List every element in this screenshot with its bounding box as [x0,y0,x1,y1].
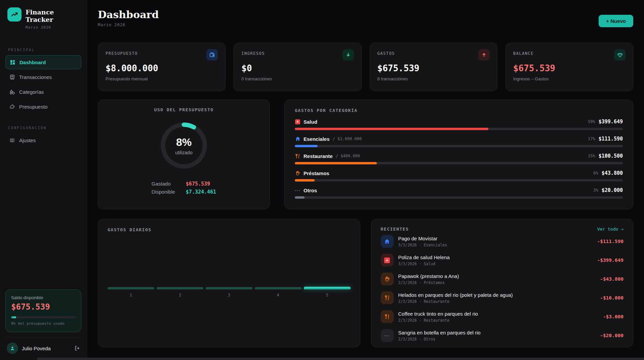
transaction-amount: -$43.800 [600,276,623,282]
disponible-value: $7.324.461 [186,189,216,195]
categories-title: GASTOS POR CATEGORÍA [295,108,623,113]
arrow-up-icon [478,49,490,61]
medical-plus-icon: + [295,119,300,125]
saldo-progress-track [11,316,76,318]
stat-caption: Presupuesto mensual [106,76,218,81]
medical-plus-icon: + [381,254,394,267]
category-name: Otros [304,188,317,193]
trending-up-icon [7,7,22,22]
category-bar-track [295,128,623,130]
horizontal-scrollbar[interactable] [37,358,644,360]
avatar [7,343,18,354]
main-content: Dashboard Marzo 2026 + Nuevo PRESUPUESTO… [87,0,644,360]
arrow-down-icon [343,49,354,61]
category-bar-fill [295,145,318,147]
category-bar-fill [295,179,315,182]
category-percent: 6% [593,171,598,175]
saldo-progress-fill [11,316,16,318]
utensils-icon [381,291,394,304]
transaction-meta: 2/3/2026 · Préstamos [398,280,596,285]
category-bar-fill [295,162,377,164]
sidebar-item-label: Categorías [19,89,44,95]
sidebar-item-ajustes[interactable]: Ajustes [5,133,81,147]
saldo-value: $675.539 [11,302,76,312]
category-row-otros: ··· Otros 3% $20.000 [295,187,623,199]
bar-day-4 [255,287,301,289]
sidebar-item-dashboard[interactable]: Dashboard [5,55,81,69]
nav-section-principal: PRINCIPAL [8,48,81,52]
transaction-row[interactable]: Papawok (prestamo a Ana) 2/3/2026 · Prés… [381,270,624,288]
stat-label: GASTOS [377,51,395,56]
piggy-bank-icon [9,104,15,110]
saldo-caption: 8% del presupuesto usado [11,321,76,326]
transaction-amount: -$16.000 [600,295,623,301]
logout-icon[interactable] [74,345,80,351]
bar-day-5 [304,287,351,289]
category-bar-fill [295,196,305,199]
categories-card: GASTOS POR CATEGORÍA + Salud 59% $399.64… [284,99,633,209]
gastado-label: Gastado [152,181,184,187]
stat-card-ingresos: INGRESOS $0 0 transacciónes [234,43,361,91]
dashboard-grid-icon [10,59,15,65]
donut-caption: utilizado [175,150,192,155]
transaction-row[interactable]: ··· Sangria en botella en parques del ri… [381,326,624,345]
axis-label: 4 [255,293,301,297]
brand: Finance Tracker Marzo 2026 [5,7,81,30]
stats-row: PRESUPUESTO $8.000.000 Presupuesto mensu… [98,43,633,91]
category-amount: $20.000 [602,187,623,193]
sidebar-item-label: Transacciones [19,74,52,80]
stat-caption: 8 transacciónes [377,76,490,81]
sidebar-item-label: Dashboard [19,59,46,65]
transaction-title: Poliza de salud Helena [398,254,593,260]
view-all-link[interactable]: Ver todo → [597,227,623,232]
saldo-disponible-card: Saldo disponible $675.539 8% del presupu… [5,289,81,332]
transaction-meta: 2/3/2026 · Otros [398,337,596,342]
axis-label: 1 [108,293,154,297]
budget-donut-chart: 8% utilizado [159,120,209,171]
stat-caption: 0 transacciónes [241,76,354,81]
user-name: Julio Poveda [22,346,70,351]
transaction-meta: 3/3/2026 · Salud [398,262,593,266]
nav-section-configuracion: CONFIGURACIÓN [8,126,81,130]
category-name: Préstamos [304,170,329,176]
saldo-label: Saldo disponible [11,295,76,300]
sidebar-item-presupuesto[interactable]: Presupuesto [5,99,81,114]
category-bar-fill [295,128,488,130]
category-percent: 17% [588,136,595,141]
transaction-amount: -$3.000 [603,314,623,319]
dots-icon: ··· [381,329,394,342]
transaction-row[interactable]: Helados en parques del rio (polet y pale… [381,289,624,307]
category-budget: / $400.000 [336,154,360,158]
stat-label: INGRESOS [241,51,265,56]
transaction-meta: 3/3/2026 · Esenciales [398,243,593,247]
transaction-row[interactable]: Coffee truck tinto en parques del rio 2/… [381,308,624,326]
bar-day-2 [157,287,203,289]
stat-card-balance: BALANCE $675.539 Ingresos – Gastos [506,43,633,91]
transaction-meta: 2/3/2026 · Restaurante [398,299,596,304]
utensils-icon [381,310,394,323]
transaction-amount: -$20.000 [600,333,623,338]
sidebar: Finance Tracker Marzo 2026 PRINCIPAL Das… [0,0,87,360]
stat-value: $675.539 [377,63,490,73]
sidebar-item-transacciones[interactable]: Transacciones [5,70,81,84]
axis-label: 3 [206,293,252,297]
hand-icon [295,170,300,176]
sidebar-item-label: Ajustes [19,137,36,143]
sidebar-item-categorias[interactable]: Categorías [5,85,81,99]
budget-usage-title: USO DEL PRESUPUESTO [106,107,262,112]
new-transaction-button[interactable]: + Nuevo [599,15,633,27]
category-percent: 3% [593,188,598,193]
transaction-row[interactable]: + Poliza de salud Helena 3/3/2026 · Salu… [381,251,624,269]
transaction-amount: -$111.590 [597,239,623,244]
disponible-label: Disponible [152,189,184,195]
recent-transactions-card: RECIENTES Ver todo → Pago de Movistar 3/… [371,219,634,347]
stat-value: $0 [241,63,354,73]
daily-expenses-card: GASTOS DIARIOS 1 2 3 4 5 [98,219,360,347]
budget-usage-card: USO DEL PRESUPUESTO 8% utilizado Gastado… [98,99,270,209]
category-row-prestamos: Préstamos 6% $43.800 [295,170,623,182]
transaction-meta: 2/3/2026 · Restaurante [398,318,598,323]
user-row: Julio Poveda [5,337,81,354]
category-percent: 15% [588,154,595,158]
transaction-row[interactable]: Pago de Movistar 3/3/2026 · Esenciales -… [381,232,624,250]
category-row-restaurante: Restaurante / $400.000 15% $100.500 [295,153,623,164]
